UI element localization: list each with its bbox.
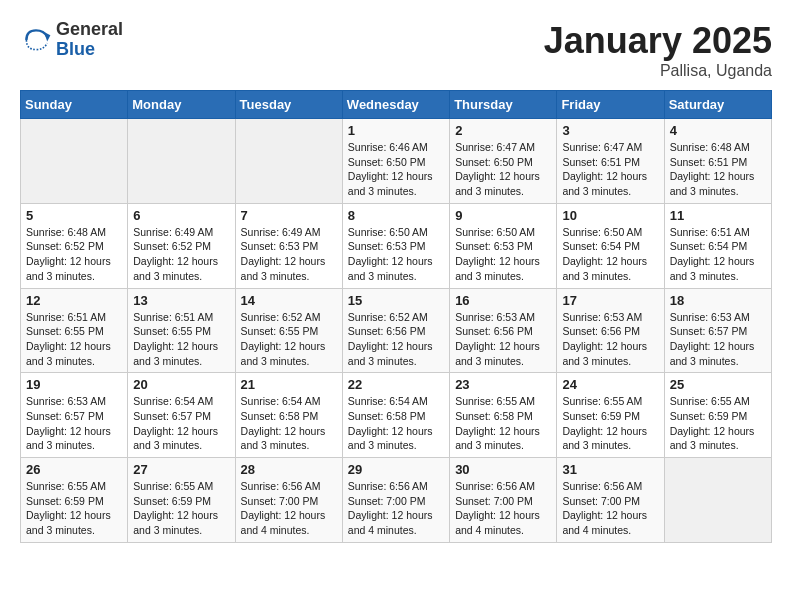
- day-number: 13: [133, 293, 229, 308]
- day-info: Sunrise: 6:56 AMSunset: 7:00 PMDaylight:…: [562, 479, 658, 538]
- day-info: Sunrise: 6:46 AMSunset: 6:50 PMDaylight:…: [348, 140, 444, 199]
- day-number: 28: [241, 462, 337, 477]
- week-row-4: 19Sunrise: 6:53 AMSunset: 6:57 PMDayligh…: [21, 373, 772, 458]
- day-info: Sunrise: 6:55 AMSunset: 6:58 PMDaylight:…: [455, 394, 551, 453]
- day-info: Sunrise: 6:53 AMSunset: 6:57 PMDaylight:…: [26, 394, 122, 453]
- day-cell: [235, 119, 342, 204]
- day-cell: 18Sunrise: 6:53 AMSunset: 6:57 PMDayligh…: [664, 288, 771, 373]
- day-number: 14: [241, 293, 337, 308]
- day-number: 25: [670, 377, 766, 392]
- day-info: Sunrise: 6:55 AMSunset: 6:59 PMDaylight:…: [26, 479, 122, 538]
- day-info: Sunrise: 6:51 AMSunset: 6:55 PMDaylight:…: [26, 310, 122, 369]
- day-cell: 12Sunrise: 6:51 AMSunset: 6:55 PMDayligh…: [21, 288, 128, 373]
- day-cell: 5Sunrise: 6:48 AMSunset: 6:52 PMDaylight…: [21, 203, 128, 288]
- day-number: 15: [348, 293, 444, 308]
- day-info: Sunrise: 6:47 AMSunset: 6:50 PMDaylight:…: [455, 140, 551, 199]
- day-number: 26: [26, 462, 122, 477]
- day-number: 21: [241, 377, 337, 392]
- day-cell: 19Sunrise: 6:53 AMSunset: 6:57 PMDayligh…: [21, 373, 128, 458]
- day-number: 22: [348, 377, 444, 392]
- day-info: Sunrise: 6:48 AMSunset: 6:51 PMDaylight:…: [670, 140, 766, 199]
- day-cell: 31Sunrise: 6:56 AMSunset: 7:00 PMDayligh…: [557, 458, 664, 543]
- day-cell: 24Sunrise: 6:55 AMSunset: 6:59 PMDayligh…: [557, 373, 664, 458]
- week-row-3: 12Sunrise: 6:51 AMSunset: 6:55 PMDayligh…: [21, 288, 772, 373]
- day-number: 20: [133, 377, 229, 392]
- logo: General Blue: [20, 20, 123, 60]
- day-cell: 21Sunrise: 6:54 AMSunset: 6:58 PMDayligh…: [235, 373, 342, 458]
- day-info: Sunrise: 6:50 AMSunset: 6:53 PMDaylight:…: [348, 225, 444, 284]
- day-info: Sunrise: 6:51 AMSunset: 6:55 PMDaylight:…: [133, 310, 229, 369]
- day-cell: 15Sunrise: 6:52 AMSunset: 6:56 PMDayligh…: [342, 288, 449, 373]
- day-cell: 29Sunrise: 6:56 AMSunset: 7:00 PMDayligh…: [342, 458, 449, 543]
- col-header-friday: Friday: [557, 91, 664, 119]
- month-title: January 2025: [544, 20, 772, 62]
- logo-general: General: [56, 20, 123, 40]
- day-info: Sunrise: 6:54 AMSunset: 6:58 PMDaylight:…: [348, 394, 444, 453]
- day-info: Sunrise: 6:53 AMSunset: 6:56 PMDaylight:…: [562, 310, 658, 369]
- day-number: 18: [670, 293, 766, 308]
- col-header-wednesday: Wednesday: [342, 91, 449, 119]
- day-info: Sunrise: 6:54 AMSunset: 6:58 PMDaylight:…: [241, 394, 337, 453]
- calendar-table: SundayMondayTuesdayWednesdayThursdayFrid…: [20, 90, 772, 543]
- day-cell: 8Sunrise: 6:50 AMSunset: 6:53 PMDaylight…: [342, 203, 449, 288]
- col-header-tuesday: Tuesday: [235, 91, 342, 119]
- day-cell: 11Sunrise: 6:51 AMSunset: 6:54 PMDayligh…: [664, 203, 771, 288]
- header-row: SundayMondayTuesdayWednesdayThursdayFrid…: [21, 91, 772, 119]
- day-number: 19: [26, 377, 122, 392]
- day-cell: 17Sunrise: 6:53 AMSunset: 6:56 PMDayligh…: [557, 288, 664, 373]
- col-header-thursday: Thursday: [450, 91, 557, 119]
- day-cell: 20Sunrise: 6:54 AMSunset: 6:57 PMDayligh…: [128, 373, 235, 458]
- day-cell: 7Sunrise: 6:49 AMSunset: 6:53 PMDaylight…: [235, 203, 342, 288]
- day-info: Sunrise: 6:55 AMSunset: 6:59 PMDaylight:…: [562, 394, 658, 453]
- day-info: Sunrise: 6:49 AMSunset: 6:53 PMDaylight:…: [241, 225, 337, 284]
- day-number: 17: [562, 293, 658, 308]
- location-subtitle: Pallisa, Uganda: [544, 62, 772, 80]
- logo-icon: [20, 24, 52, 56]
- day-number: 7: [241, 208, 337, 223]
- week-row-5: 26Sunrise: 6:55 AMSunset: 6:59 PMDayligh…: [21, 458, 772, 543]
- day-cell: 23Sunrise: 6:55 AMSunset: 6:58 PMDayligh…: [450, 373, 557, 458]
- day-number: 6: [133, 208, 229, 223]
- day-number: 1: [348, 123, 444, 138]
- col-header-monday: Monday: [128, 91, 235, 119]
- day-cell: [128, 119, 235, 204]
- day-info: Sunrise: 6:47 AMSunset: 6:51 PMDaylight:…: [562, 140, 658, 199]
- col-header-sunday: Sunday: [21, 91, 128, 119]
- day-info: Sunrise: 6:56 AMSunset: 7:00 PMDaylight:…: [348, 479, 444, 538]
- day-info: Sunrise: 6:56 AMSunset: 7:00 PMDaylight:…: [455, 479, 551, 538]
- day-info: Sunrise: 6:55 AMSunset: 6:59 PMDaylight:…: [670, 394, 766, 453]
- day-cell: 1Sunrise: 6:46 AMSunset: 6:50 PMDaylight…: [342, 119, 449, 204]
- day-info: Sunrise: 6:52 AMSunset: 6:55 PMDaylight:…: [241, 310, 337, 369]
- day-info: Sunrise: 6:53 AMSunset: 6:56 PMDaylight:…: [455, 310, 551, 369]
- day-cell: 25Sunrise: 6:55 AMSunset: 6:59 PMDayligh…: [664, 373, 771, 458]
- day-number: 10: [562, 208, 658, 223]
- day-cell: 2Sunrise: 6:47 AMSunset: 6:50 PMDaylight…: [450, 119, 557, 204]
- day-number: 4: [670, 123, 766, 138]
- day-cell: [664, 458, 771, 543]
- day-info: Sunrise: 6:49 AMSunset: 6:52 PMDaylight:…: [133, 225, 229, 284]
- day-number: 16: [455, 293, 551, 308]
- week-row-1: 1Sunrise: 6:46 AMSunset: 6:50 PMDaylight…: [21, 119, 772, 204]
- day-number: 8: [348, 208, 444, 223]
- day-number: 3: [562, 123, 658, 138]
- day-number: 23: [455, 377, 551, 392]
- day-cell: 4Sunrise: 6:48 AMSunset: 6:51 PMDaylight…: [664, 119, 771, 204]
- day-number: 27: [133, 462, 229, 477]
- day-cell: 6Sunrise: 6:49 AMSunset: 6:52 PMDaylight…: [128, 203, 235, 288]
- day-number: 12: [26, 293, 122, 308]
- day-number: 31: [562, 462, 658, 477]
- day-number: 24: [562, 377, 658, 392]
- day-cell: 9Sunrise: 6:50 AMSunset: 6:53 PMDaylight…: [450, 203, 557, 288]
- day-info: Sunrise: 6:55 AMSunset: 6:59 PMDaylight:…: [133, 479, 229, 538]
- day-number: 9: [455, 208, 551, 223]
- day-cell: 22Sunrise: 6:54 AMSunset: 6:58 PMDayligh…: [342, 373, 449, 458]
- day-number: 5: [26, 208, 122, 223]
- logo-blue: Blue: [56, 40, 123, 60]
- day-info: Sunrise: 6:52 AMSunset: 6:56 PMDaylight:…: [348, 310, 444, 369]
- day-number: 11: [670, 208, 766, 223]
- col-header-saturday: Saturday: [664, 91, 771, 119]
- day-cell: 10Sunrise: 6:50 AMSunset: 6:54 PMDayligh…: [557, 203, 664, 288]
- day-info: Sunrise: 6:51 AMSunset: 6:54 PMDaylight:…: [670, 225, 766, 284]
- day-info: Sunrise: 6:50 AMSunset: 6:53 PMDaylight:…: [455, 225, 551, 284]
- day-info: Sunrise: 6:48 AMSunset: 6:52 PMDaylight:…: [26, 225, 122, 284]
